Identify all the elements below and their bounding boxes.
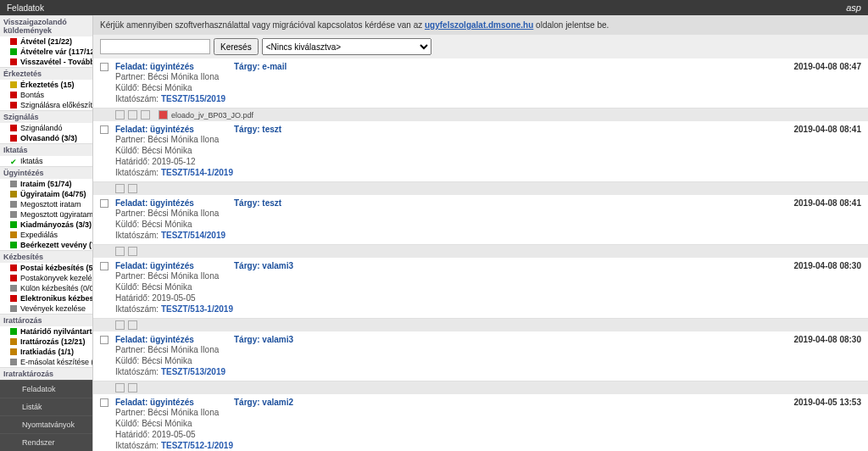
sidebar-item-icon <box>10 285 17 292</box>
content-area: Kérjük amennyiben szoftverhasználattal v… <box>93 15 868 451</box>
action-icon[interactable] <box>128 110 137 120</box>
sidebar-item[interactable]: Postai kézbesítés (5/5) <box>0 263 92 273</box>
task-item[interactable]: Feladat: ügyintézésTárgy: valami32019-04… <box>93 258 868 319</box>
task-actions-row <box>93 182 868 195</box>
task-checkbox[interactable] <box>100 199 108 208</box>
action-icon[interactable] <box>115 110 125 120</box>
search-button[interactable]: Keresés <box>214 38 259 55</box>
action-icon[interactable] <box>128 383 137 393</box>
sidebar-item-icon <box>10 191 17 198</box>
sidebar-item-icon <box>10 81 17 88</box>
task-item[interactable]: Feladat: ügyintézésTárgy: teszt2019-04-0… <box>93 121 868 182</box>
task-date: 2019-04-08 08:30 <box>793 335 861 344</box>
task-date: 2019-04-08 08:47 <box>793 62 861 71</box>
task-actions-row <box>93 381 868 394</box>
nav-icon <box>8 403 17 411</box>
nav-row[interactable]: Feladatok <box>0 380 92 398</box>
iktato-link[interactable]: TESZT/513-1/2019 <box>161 304 233 314</box>
task-checkbox[interactable] <box>100 63 108 71</box>
action-icon[interactable] <box>115 184 125 193</box>
task-checkbox[interactable] <box>100 125 108 134</box>
task-type: Feladat: ügyintézés <box>115 261 234 270</box>
task-checkbox[interactable] <box>100 336 108 344</box>
task-checkbox[interactable] <box>100 262 108 270</box>
sidebar-item[interactable]: Olvasandó (3/3) <box>0 133 92 143</box>
sidebar-group-header: Szignálás <box>0 110 92 123</box>
sidebar-item[interactable]: Irataim (51/74) <box>0 179 92 189</box>
sidebar-item[interactable]: Határidő nyilvántartás (4/4) <box>0 326 92 337</box>
sidebar-item[interactable]: Szignálásra előkészítés <box>0 100 92 110</box>
task-item[interactable]: Feladat: ügyintézésTárgy: teszt2019-04-0… <box>93 195 868 245</box>
nav-row[interactable]: Rendszer <box>0 433 92 451</box>
action-icon[interactable] <box>115 247 125 256</box>
task-subject: Tárgy: teszt <box>234 125 793 134</box>
sidebar-item-icon <box>10 348 17 355</box>
attachment-icon[interactable] <box>141 110 150 120</box>
sidebar-item[interactable]: Ügyirataim (64/75) <box>0 189 92 199</box>
attachment-name[interactable]: eloado_jv_BP03_JO.pdf <box>159 110 253 120</box>
sidebar-item-icon <box>10 264 17 271</box>
iktato-link[interactable]: TESZT/515/2019 <box>161 94 225 103</box>
sidebar-item-icon <box>10 211 17 218</box>
iktato-link[interactable]: TESZT/513/2019 <box>161 367 225 376</box>
sidebar-item[interactable]: Iratkiadás (1/1) <box>0 347 92 357</box>
sidebar-item[interactable]: Kiadmányozás (3/3) <box>0 220 92 230</box>
sidebar-item[interactable]: Bontás <box>0 90 92 100</box>
sidebar-group-header: Irattározás <box>0 314 92 326</box>
sidebar-item[interactable]: Szignálandó <box>0 123 92 133</box>
action-icon[interactable] <box>128 184 137 193</box>
sidebar-item-icon <box>10 201 17 208</box>
sidebar-item[interactable]: Postakönyvek kezelése <box>0 273 92 283</box>
sidebar-item[interactable]: ✔Iktatás <box>0 156 92 166</box>
sidebar-item[interactable]: Visszavétel - Továbbküldés (2 <box>0 57 92 67</box>
sidebar-item[interactable]: Megosztott ügyiratam <box>0 209 92 220</box>
topbar: Feladatok asp <box>0 0 868 15</box>
filter-select[interactable]: <Nincs kiválasztva> <box>262 38 431 55</box>
sidebar-item-icon <box>10 181 17 187</box>
task-subject: Tárgy: e-mail <box>234 62 793 71</box>
task-checkbox[interactable] <box>100 398 108 407</box>
action-icon[interactable] <box>128 320 137 330</box>
bottom-nav: FeladatokListákNyomtatványokRendszer <box>0 380 92 451</box>
sidebar-item[interactable]: Megosztott iratam <box>0 199 92 209</box>
task-type: Feladat: ügyintézés <box>115 398 234 407</box>
sidebar-item[interactable]: E-másolat készítése (0/0) <box>0 357 92 367</box>
iktato-link[interactable]: TESZT/514-1/2019 <box>161 168 233 177</box>
sidebar-item[interactable]: Átvétel (21/22) <box>0 36 92 47</box>
task-item[interactable]: Feladat: ügyintézésTárgy: valami32019-04… <box>93 331 868 381</box>
nav-row[interactable]: Listák <box>0 398 92 415</box>
sidebar-item[interactable]: Elektronikus kézbesítés (2/2) <box>0 293 92 303</box>
sidebar-item[interactable]: Átvételre vár (117/125) <box>0 47 92 57</box>
sidebar-item-icon <box>10 338 17 345</box>
task-date: 2019-04-08 08:41 <box>793 198 861 208</box>
task-list: Feladat: ügyintézésTárgy: e-mail2019-04-… <box>93 58 868 451</box>
notice-link[interactable]: ugyfelszolgalat.dmsone.hu <box>425 20 533 30</box>
task-actions-row: eloado_jv_BP03_JO.pdf <box>93 109 868 121</box>
sidebar-group-header: Iratraktározás <box>0 367 92 380</box>
sidebar-item-icon <box>10 359 17 365</box>
task-type: Feladat: ügyintézés <box>115 335 234 344</box>
sidebar-item[interactable]: Irattározás (12/21) <box>0 337 92 347</box>
action-icon[interactable] <box>115 320 125 330</box>
task-type: Feladat: ügyintézés <box>115 198 234 208</box>
app-title: Feladatok <box>7 3 44 13</box>
task-type: Feladat: ügyintézés <box>115 125 234 134</box>
search-input[interactable] <box>100 39 210 54</box>
iktato-link[interactable]: TESZT/512-1/2019 <box>161 441 233 450</box>
iktato-link[interactable]: TESZT/514/2019 <box>161 231 225 240</box>
action-icon[interactable] <box>115 383 125 393</box>
task-item[interactable]: Feladat: ügyintézésTárgy: valami22019-04… <box>93 394 868 451</box>
pdf-icon <box>159 110 168 120</box>
sidebar-item[interactable]: Vevények kezelése <box>0 303 92 314</box>
task-item[interactable]: Feladat: ügyintézésTárgy: e-mail2019-04-… <box>93 58 868 109</box>
nav-row[interactable]: Nyomtatványok <box>0 415 92 433</box>
sidebar-item[interactable]: Expediálás <box>0 230 92 240</box>
sidebar-item[interactable]: Beérkezett vevény (7) <box>0 240 92 250</box>
sidebar-item-icon <box>10 48 17 55</box>
sidebar-item[interactable]: Külön kézbesítés (0/0) <box>0 283 92 293</box>
task-type: Feladat: ügyintézés <box>115 62 234 71</box>
sidebar-item[interactable]: Érkeztetés (15) <box>0 80 92 90</box>
task-subject: Tárgy: valami2 <box>234 398 793 407</box>
action-icon[interactable] <box>128 247 137 256</box>
sidebar-item-icon <box>10 221 17 228</box>
